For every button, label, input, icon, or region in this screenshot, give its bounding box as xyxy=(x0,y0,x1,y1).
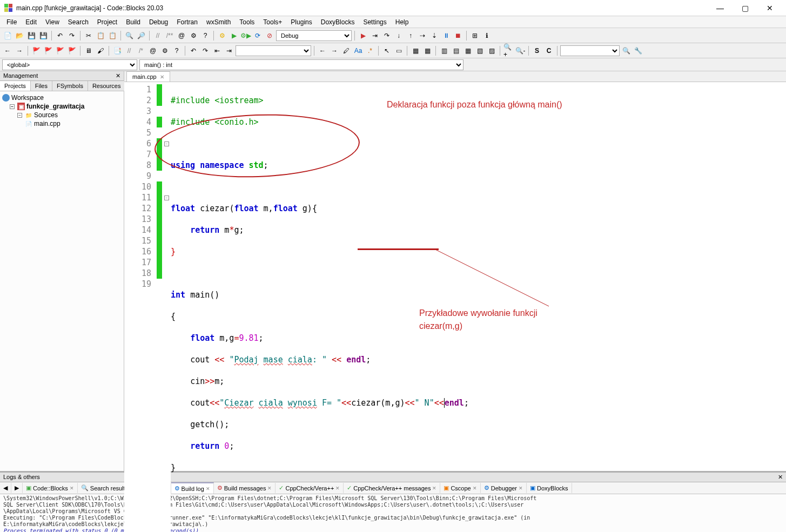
menu-project[interactable]: Project xyxy=(93,17,122,28)
hl-regex-icon[interactable]: .* xyxy=(365,45,375,56)
rebuild-icon[interactable]: ⟳ xyxy=(252,30,263,41)
pointer-icon[interactable]: ↖ xyxy=(381,45,392,56)
copy-icon[interactable]: 📋 xyxy=(95,30,106,41)
menu-settings[interactable]: Settings xyxy=(359,17,391,28)
step-out-icon[interactable]: ↑ xyxy=(405,30,416,41)
select-icon[interactable]: ▭ xyxy=(393,45,404,56)
zoom-in-icon[interactable]: 🔍+ xyxy=(503,45,514,56)
close-button[interactable]: ✕ xyxy=(758,1,782,16)
menu-plugins[interactable]: Plugins xyxy=(286,17,316,28)
logs-nav-next[interactable]: ▶ xyxy=(11,483,23,493)
gear2-icon[interactable]: ⚙ xyxy=(159,45,170,56)
grid5-icon[interactable]: ▨ xyxy=(486,45,497,56)
menu-debug[interactable]: Debug xyxy=(145,17,172,28)
step-instr-icon[interactable]: ⇣ xyxy=(429,30,440,41)
insert-comp-icon[interactable]: ▦ xyxy=(410,45,421,56)
tab-files[interactable]: Files xyxy=(31,81,52,91)
maximize-button[interactable]: ▢ xyxy=(733,1,757,16)
hl-case-icon[interactable]: Aa xyxy=(353,45,364,56)
zoom-out-icon[interactable]: 🔍- xyxy=(515,45,526,56)
find-back-icon[interactable]: ↶ xyxy=(188,45,199,56)
run-to-cursor-icon[interactable]: ⇥ xyxy=(370,30,380,41)
build-run-icon[interactable]: ⚙▶ xyxy=(240,30,251,41)
tree-file-main[interactable]: 📄 main.cpp xyxy=(2,119,122,128)
code-editor[interactable]: 12345 678910 1112131415 16171819 − − #in… xyxy=(124,82,786,532)
menu-search[interactable]: Search xyxy=(64,17,93,28)
source-c-icon[interactable]: C xyxy=(543,45,554,56)
cpu-icon[interactable]: 🖥 xyxy=(83,45,94,56)
tab-fsymbols[interactable]: FSymbols xyxy=(52,81,88,91)
step-into-icon[interactable]: ↓ xyxy=(393,30,404,41)
build-target-combo[interactable]: Debug xyxy=(276,30,352,41)
menu-doxyblocks[interactable]: DoxyBlocks xyxy=(317,17,359,28)
perspective-combo[interactable] xyxy=(560,45,620,56)
search3-icon[interactable]: 🔍 xyxy=(621,45,632,56)
info-icon[interactable]: ℹ xyxy=(481,30,492,41)
save-icon[interactable]: 💾 xyxy=(26,30,37,41)
hl-fwd-icon[interactable]: → xyxy=(329,45,340,56)
tab-codeblocks[interactable]: ▣Code::Blocks✕ xyxy=(23,483,78,493)
menu-edit[interactable]: Edit xyxy=(21,17,41,28)
step-over-icon[interactable]: ↷ xyxy=(381,30,392,41)
block-comment-icon[interactable]: /** xyxy=(164,30,175,41)
tab-resources[interactable]: Resources xyxy=(88,81,126,91)
bookmark-next-icon[interactable]: → xyxy=(14,45,25,56)
menu-build[interactable]: Build xyxy=(122,17,145,28)
wrench-icon[interactable]: 🔧 xyxy=(633,45,643,56)
find-fwd-icon[interactable]: ↷ xyxy=(200,45,211,56)
hl-toggle-icon[interactable]: 🖊 xyxy=(341,45,352,56)
cut-icon[interactable]: ✂ xyxy=(83,30,94,41)
management-close-icon[interactable]: ✕ xyxy=(116,72,120,79)
tree-workspace[interactable]: Workspace xyxy=(2,93,122,102)
code-text[interactable]: #include <iostream> #include <conio.h> u… xyxy=(171,82,786,532)
logs-nav-prev[interactable]: ◀ xyxy=(0,483,11,493)
uncomment-icon[interactable]: /* xyxy=(136,45,146,56)
expand-icon[interactable]: − xyxy=(10,104,15,109)
menu-toolsplus[interactable]: Tools+ xyxy=(259,17,286,28)
comment2-icon[interactable]: // xyxy=(124,45,135,56)
new-file-icon[interactable]: 📄 xyxy=(2,30,13,41)
doxy2-icon[interactable]: @ xyxy=(147,45,158,56)
find-icon[interactable]: 🔍 xyxy=(124,30,135,41)
config-icon[interactable]: ⚙ xyxy=(188,30,199,41)
paste-icon[interactable]: 📋 xyxy=(107,30,118,41)
bookmark-clear-icon[interactable]: 🚩 xyxy=(66,45,77,56)
function-combo[interactable]: main() : int xyxy=(139,59,463,70)
minimize-button[interactable]: — xyxy=(708,1,732,16)
namespace-combo[interactable]: <global> xyxy=(2,59,137,70)
q-icon[interactable]: ? xyxy=(171,45,182,56)
tab-projects[interactable]: Projects xyxy=(0,81,31,91)
expand-icon[interactable]: − xyxy=(17,113,22,118)
abort-icon[interactable]: ⊘ xyxy=(264,30,275,41)
open-icon[interactable]: 📂 xyxy=(14,30,25,41)
redo-icon[interactable]: ↷ xyxy=(66,30,77,41)
hl-back-icon[interactable]: ← xyxy=(317,45,328,56)
comment-icon[interactable]: // xyxy=(152,30,163,41)
save-all-icon[interactable]: 💾 xyxy=(38,30,49,41)
stop-icon[interactable]: ⏹ xyxy=(453,30,463,41)
goto-decl-icon[interactable]: ⇤ xyxy=(212,45,223,56)
build-icon[interactable]: ⚙ xyxy=(217,30,227,41)
debug-windows-icon[interactable]: ⊞ xyxy=(469,30,480,41)
menu-file[interactable]: File xyxy=(2,17,21,28)
tree-project[interactable]: − ▣ funkcje_grawitacja xyxy=(2,102,122,111)
grid1-icon[interactable]: ▥ xyxy=(439,45,449,56)
menu-wxsmith[interactable]: wxSmith xyxy=(202,17,235,28)
run-icon[interactable]: ▶ xyxy=(229,30,239,41)
editor-tab-main[interactable]: main.cpp ✕ xyxy=(126,71,170,82)
open-include-icon[interactable]: 📑 xyxy=(112,45,123,56)
grid4-icon[interactable]: ▧ xyxy=(474,45,485,56)
insert-comp2-icon[interactable]: ▦ xyxy=(422,45,433,56)
goto-impl-icon[interactable]: ⇥ xyxy=(224,45,234,56)
next-instr-icon[interactable]: ⇢ xyxy=(417,30,428,41)
menu-view[interactable]: View xyxy=(41,17,64,28)
brush-icon[interactable]: 🖌 xyxy=(95,45,106,56)
menu-help[interactable]: Help xyxy=(391,17,413,28)
bookmark-prev-icon[interactable]: ← xyxy=(2,45,13,56)
undo-icon[interactable]: ↶ xyxy=(55,30,65,41)
tree-sources[interactable]: − 📁 Sources xyxy=(2,111,122,119)
break-icon[interactable]: ⏸ xyxy=(441,30,452,41)
bookmark-prev2-icon[interactable]: 🚩 xyxy=(43,45,53,56)
debug-run-icon[interactable]: ▶ xyxy=(358,30,368,41)
help-icon[interactable]: ? xyxy=(200,30,211,41)
